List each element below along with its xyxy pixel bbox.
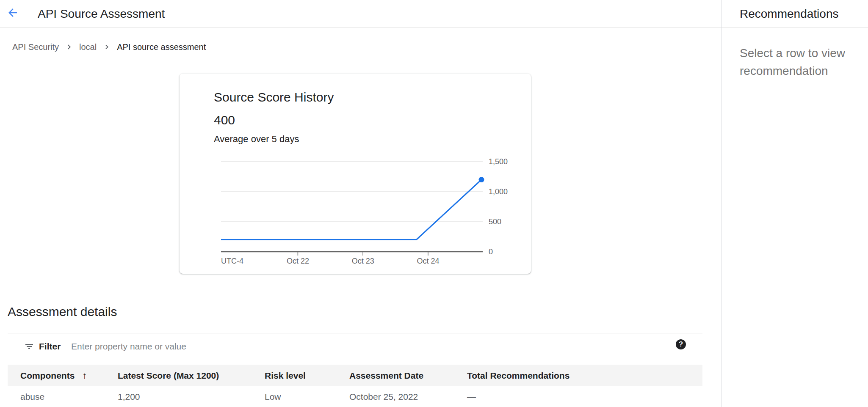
breadcrumb-item-current: API source assessment: [117, 42, 206, 52]
arrow-left-icon: [6, 14, 19, 20]
column-header-label: Components: [20, 371, 75, 380]
breadcrumb-item-api-security[interactable]: API Security: [12, 42, 59, 52]
cell-assessment-date: October 25, 2022: [349, 386, 418, 407]
help-button[interactable]: ?: [676, 339, 686, 349]
question-mark-icon: ?: [679, 340, 683, 349]
svg-text:UTC-4: UTC-4: [221, 257, 243, 265]
breadcrumb-item-local[interactable]: local: [79, 42, 97, 52]
score-history-chart: 05001,0001,500UTC-4Oct 22Oct 23Oct 24: [180, 74, 531, 274]
page-title: API Source Assessment: [38, 6, 165, 22]
svg-text:0: 0: [489, 248, 493, 256]
assessment-details-title: Assessment details: [8, 303, 117, 320]
cell-components: abuse: [20, 386, 44, 407]
filter-label: Filter: [39, 340, 61, 353]
main-content: API Source Assessment API Security local…: [0, 0, 721, 407]
chevron-right-icon: [65, 43, 73, 51]
svg-text:500: 500: [489, 217, 501, 226]
svg-text:1,000: 1,000: [489, 187, 508, 196]
cell-risk-level: Low: [265, 386, 281, 407]
column-header-components[interactable]: Components↑: [20, 365, 87, 386]
column-header-risk-level[interactable]: Risk level: [265, 365, 306, 386]
svg-text:Oct 22: Oct 22: [287, 257, 309, 265]
filter-input[interactable]: [71, 339, 622, 354]
recommendations-panel-title: Recommendations: [740, 6, 838, 22]
source-score-history-card: Source Score History 400 Average over 5 …: [180, 74, 531, 274]
table-header-row: Components↑ Latest Score (Max 1200) Risk…: [8, 365, 702, 386]
table-row[interactable]: abuse 1,200 Low October 25, 2022 —: [8, 386, 702, 407]
breadcrumb: API Security local API source assessment: [12, 41, 206, 53]
cell-total-recommendations: —: [467, 386, 476, 407]
svg-text:Oct 23: Oct 23: [352, 257, 374, 265]
page: API Source Assessment API Security local…: [0, 0, 868, 407]
cell-latest-score: 1,200: [118, 386, 140, 407]
column-header-latest-score[interactable]: Latest Score (Max 1200): [118, 365, 219, 386]
recommendations-empty-message: Select a row to view recommendation: [740, 44, 858, 80]
svg-text:1,500: 1,500: [489, 157, 508, 166]
svg-text:Oct 24: Oct 24: [417, 257, 439, 265]
filter-icon: [24, 341, 34, 352]
filter-bar: Filter ?: [8, 333, 702, 365]
chevron-right-icon: [103, 43, 111, 51]
column-header-assessment-date[interactable]: Assessment Date: [349, 365, 423, 386]
sort-ascending-icon: ↑: [82, 365, 87, 386]
column-header-total-recommendations[interactable]: Total Recommendations: [467, 365, 569, 386]
recommendations-panel: Recommendations Select a row to view rec…: [721, 0, 868, 407]
back-button[interactable]: [5, 6, 20, 21]
app-header: API Source Assessment: [0, 0, 721, 28]
